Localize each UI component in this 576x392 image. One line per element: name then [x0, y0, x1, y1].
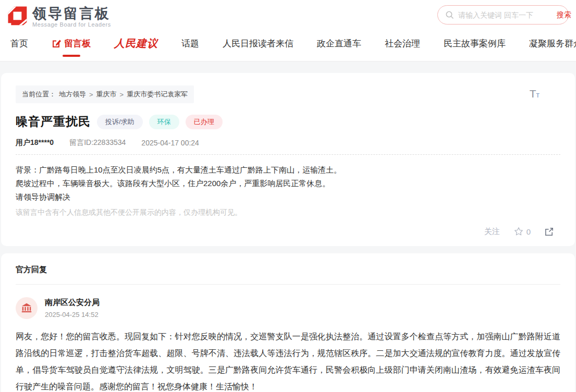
breadcrumb-item-leader[interactable]: 重庆市委书记袁家军 — [127, 90, 188, 99]
tag-field-environment: 环保 — [149, 115, 179, 129]
message-paragraph: 背景：广黔路每日晚上10点至次日凌晨约5点，有大量渣土车通过广黔路上下南山，运输… — [16, 163, 560, 177]
favorite-count: 0 — [526, 227, 531, 236]
nav-item-social-governance[interactable]: 社会治理 — [385, 38, 420, 57]
nav-item-topics[interactable]: 话题 — [181, 38, 199, 57]
brand-subtitle: Message Board for Leaders — [32, 21, 111, 28]
reply-date: 2025-04-25 14:52 — [45, 311, 100, 318]
font-size-toggle-small: т — [536, 91, 540, 99]
breadcrumb-separator: > — [89, 91, 93, 99]
nav-item-peoples-suggestion[interactable]: 人民建议 — [114, 36, 158, 58]
breadcrumb-item-city[interactable]: 重庆市 — [96, 90, 117, 99]
divider — [16, 284, 560, 285]
search-icon — [445, 10, 454, 19]
breadcrumb-item-local-leaders[interactable]: 地方领导 — [59, 90, 86, 99]
nav-item-gov-enterprise[interactable]: 政企直通车 — [317, 38, 361, 57]
favorite-button[interactable]: 0 — [513, 226, 531, 237]
breadcrumb: 当前位置： 地方领导 > 重庆市 > 重庆市委书记袁家军 — [16, 85, 194, 103]
follow-button[interactable]: 关注 — [484, 227, 500, 237]
official-reply-card: 官方回复 南岸区公安分局 2025-04-25 14:52 网友，您好！您的留言… — [1, 253, 575, 392]
app-logo[interactable]: 领导留言板 Message Board for Leaders — [6, 5, 111, 28]
message-body: 背景：广黔路每日晚上10点至次日凌晨约5点，有大量渣土车通过广黔路上下南山，运输… — [16, 163, 560, 219]
brand-title: 领导留言板 — [32, 6, 111, 21]
font-size-toggle-big: T — [530, 88, 536, 100]
star-icon — [513, 226, 524, 237]
nav-item-serve-masses[interactable]: 凝聚服务群众 — [529, 38, 576, 57]
nav-item-message-board[interactable]: 留言板 — [52, 38, 91, 57]
message-paragraph: 请领导协调解决 — [16, 190, 560, 204]
message-user: 用户18****0 — [16, 138, 54, 148]
share-button[interactable] — [544, 227, 554, 237]
app-logo-icon — [6, 5, 28, 28]
nav-item-readers-letters[interactable]: 人民日报读者来信 — [223, 38, 293, 57]
reply-content: 网友，您好！您的留言收悉。现回复如下：针对您反映的情况，交巡警支队一是强化执法整… — [16, 328, 560, 392]
message-meta: 用户18****0 留言ID:22833534 2025-04-17 00:24 — [16, 138, 560, 155]
privacy-note: 该留言中含有个人信息或其他不便公开展示的内容，仅办理机构可见。 — [16, 205, 560, 219]
header: 领导留言板 Message Board for Leaders 搜索 首页 — [0, 0, 576, 62]
tag-status-handled: 已办理 — [186, 115, 223, 129]
breadcrumb-separator: > — [120, 91, 124, 99]
message-paragraph: 爬坡过程中，车辆噪音极大。该路段有大型小区，住户2200余户，严重影响居民正常休… — [16, 177, 560, 190]
nav-item-message-board-label: 留言板 — [64, 38, 91, 50]
compose-icon — [52, 39, 62, 48]
message-date: 2025-04-17 00:24 — [141, 139, 199, 147]
official-reply-heading: 官方回复 — [16, 265, 560, 275]
message-id: 留言ID:22833534 — [69, 138, 126, 148]
search-input[interactable] — [458, 11, 553, 19]
search-button[interactable]: 搜索 — [557, 10, 571, 20]
agency-name: 南岸区公安分局 — [45, 298, 100, 308]
tag-complaint-type: 投诉/求助 — [97, 115, 143, 129]
nav-item-democracy-cases[interactable]: 民主故事案例库 — [444, 38, 506, 57]
search-bar: 搜索 — [437, 5, 569, 24]
agency-avatar — [16, 297, 38, 319]
share-icon — [544, 227, 554, 237]
breadcrumb-label: 当前位置： — [22, 90, 56, 99]
government-building-icon — [21, 302, 32, 314]
message-card: 当前位置： 地方领导 > 重庆市 > 重庆市委书记袁家军 Tт 噪音严重扰民 投… — [1, 73, 575, 246]
nav-item-home[interactable]: 首页 — [10, 38, 28, 57]
message-actions: 关注 0 — [16, 226, 560, 237]
main-nav: 首页 留言板 人民建议 话题 人民日报读者来信 政企直通车 社会治理 民主故事案… — [6, 36, 569, 58]
font-size-toggle[interactable]: Tт — [530, 88, 540, 100]
page-title: 噪音严重扰民 — [16, 114, 91, 130]
